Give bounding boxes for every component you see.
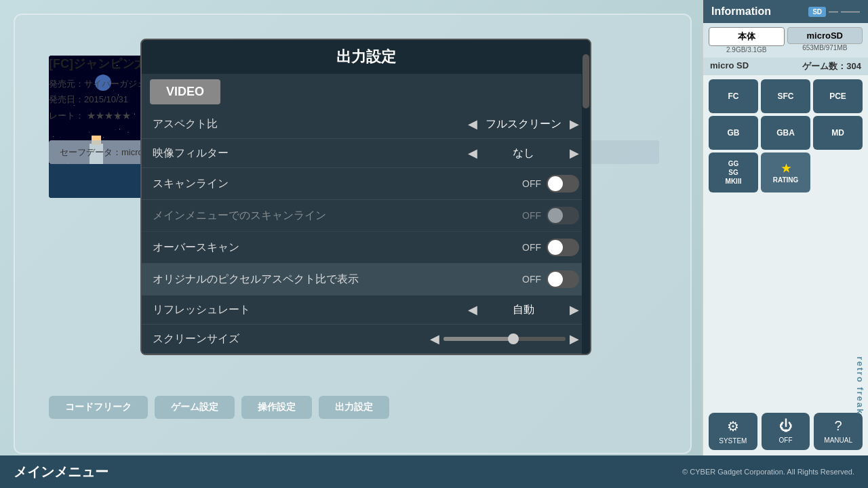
system-btn[interactable]: ⚙ SYSTEM	[709, 413, 757, 450]
setting-label-menu-scanline: メインメニューでのスキャンライン	[153, 209, 522, 223]
game-count: ゲーム数：304	[802, 60, 861, 73]
main-storage-size: 2.9GB/3.1GB	[709, 46, 785, 54]
video-filter-value: なし	[483, 146, 564, 161]
rating-label: RATING	[773, 176, 799, 184]
copyright: © CYBER Gadget Corporation. All Rights R…	[682, 468, 854, 476]
setting-label-aspect-ratio: アスペクト比	[153, 117, 468, 131]
menu-scanline-toggle[interactable]	[547, 207, 579, 224]
right-panel: Information SD — —— 本体 2.9GB/3.1GB micro…	[702, 0, 868, 455]
setting-row-scanline: スキャンライン OFF	[142, 168, 590, 200]
console-btn-rating[interactable]: ★ RATING	[761, 152, 810, 192]
modal-scrollbar[interactable]	[582, 40, 590, 354]
header-badges: SD — ——	[808, 6, 860, 17]
overscan-toggle-container: OFF	[522, 239, 579, 256]
setting-row-menu-scanline: メインメニューでのスキャンライン OFF	[142, 200, 590, 232]
menu-scanline-off-label: OFF	[522, 210, 541, 221]
system-icon: ⚙	[727, 418, 739, 434]
rate-stars: ★★★★★	[87, 110, 131, 121]
screen-size-left-btn[interactable]: ◀	[430, 331, 439, 346]
console-btn-fc[interactable]: FC	[709, 79, 758, 113]
refresh-rate-left-btn[interactable]: ◀	[468, 302, 477, 317]
overscan-toggle-knob	[548, 240, 563, 255]
scanline-toggle-container: OFF	[522, 175, 579, 192]
tab-code-freak[interactable]: コードフリーク	[49, 396, 148, 419]
microsd-storage: microSD 653MB/971MB	[787, 27, 863, 54]
setting-control-refresh-rate: ◀ 自動 ▶	[468, 302, 579, 317]
bottom-bar: メインメニュー © CYBER Gadget Corporation. All …	[0, 455, 868, 488]
video-filter-right-btn[interactable]: ▶	[570, 146, 579, 161]
screen-size-slider-thumb[interactable]	[508, 333, 519, 344]
screen-size-slider-container: ◀ ▶	[366, 331, 580, 346]
console-btn-ggsf[interactable]: GGSGMKIII	[709, 152, 758, 192]
manual-label: MANUAL	[824, 436, 852, 444]
microsd-label: micro SD	[710, 60, 749, 73]
setting-row-video-filter: 映像フィルター ◀ なし ▶	[142, 139, 590, 168]
console-btn-md[interactable]: MD	[813, 116, 863, 150]
setting-row-pixel-aspect: オリジナルのピクセルアスペクト比で表示 OFF	[142, 264, 590, 296]
output-settings-modal: 出力設定 VIDEO アスペクト比 ◀ フルスクリーン ▶ 映像フィルター ◀ …	[140, 39, 591, 355]
off-btn[interactable]: ⏻ OFF	[762, 413, 810, 450]
overscan-toggle[interactable]	[547, 239, 579, 256]
right-bottom-buttons: ⚙ SYSTEM ⏻ OFF ? MANUAL	[703, 407, 868, 455]
console-grid: FC SFC PCE GB GBA MD GGSGMKIII ★ RATING	[703, 75, 868, 197]
modal-content: VIDEO アスペクト比 ◀ フルスクリーン ▶ 映像フィルター ◀ なし ▶	[142, 74, 590, 354]
microsd-storage-size: 653MB/971MB	[787, 44, 863, 52]
badge-dots: — ——	[829, 6, 860, 17]
main-menu-title: メインメニュー	[14, 463, 108, 481]
setting-label-scanline: スキャンライン	[153, 177, 522, 191]
setting-row-overscan: オーバースキャン OFF	[142, 232, 590, 264]
setting-label-screen-size: スクリーンサイズ	[153, 332, 366, 346]
aspect-ratio-right-btn[interactable]: ▶	[570, 117, 579, 131]
screen-size-right-btn[interactable]: ▶	[570, 331, 579, 346]
aspect-ratio-left-btn[interactable]: ◀	[468, 117, 477, 131]
tab-operation-settings[interactable]: 操作設定	[241, 396, 312, 419]
manual-btn[interactable]: ? MANUAL	[814, 413, 863, 450]
pixel-aspect-toggle-knob	[548, 272, 563, 287]
system-label: SYSTEM	[719, 437, 747, 445]
video-filter-left-btn[interactable]: ◀	[468, 146, 477, 161]
setting-row-screen-size: スクリーンサイズ ◀ ▶	[142, 325, 590, 354]
modal-title: 出力設定	[142, 40, 590, 74]
microsd-storage-btn[interactable]: microSD	[787, 27, 863, 44]
center-area: [FC]ジャンピン太くんの宇宙大冒険 発売元：サイバーガジェット 発売日：201…	[14, 14, 692, 454]
setting-control-aspect-ratio: ◀ フルスクリーン ▶	[468, 117, 579, 131]
console-btn-gba[interactable]: GBA	[761, 116, 810, 150]
refresh-rate-right-btn[interactable]: ▶	[570, 302, 579, 317]
overscan-off-label: OFF	[522, 242, 541, 253]
info-title: Information	[711, 5, 771, 18]
setting-label-pixel-aspect: オリジナルのピクセルアスペクト比で表示	[153, 272, 522, 287]
menu-scanline-toggle-container: OFF	[522, 207, 579, 224]
bottom-tabs: コードフリーク ゲーム設定 操作設定 出力設定	[49, 396, 646, 419]
power-icon: ⏻	[779, 418, 793, 434]
right-panel-header: Information SD — ——	[703, 0, 868, 23]
console-btn-sfc[interactable]: SFC	[761, 79, 810, 113]
screen-size-slider-track[interactable]	[443, 337, 566, 341]
setting-label-overscan: オーバースキャン	[153, 241, 522, 255]
storage-section: 本体 2.9GB/3.1GB microSD 653MB/971MB	[703, 23, 868, 58]
rate-label: レート：	[49, 110, 84, 121]
tab-game-settings[interactable]: ゲーム設定	[155, 396, 235, 419]
scanline-off-label: OFF	[522, 178, 541, 189]
main-storage-btn[interactable]: 本体	[709, 27, 785, 46]
rating-star: ★	[781, 162, 791, 175]
video-tab[interactable]: VIDEO	[150, 79, 220, 104]
console-btn-gb[interactable]: GB	[709, 116, 758, 150]
refresh-rate-value: 自動	[483, 303, 564, 317]
manual-icon: ?	[835, 418, 842, 434]
aspect-ratio-value: フルスクリーン	[483, 117, 564, 131]
setting-row-aspect-ratio: アスペクト比 ◀ フルスクリーン ▶	[142, 110, 590, 139]
scanline-toggle-knob	[548, 176, 563, 191]
modal-scrollbar-thumb	[583, 54, 589, 108]
menu-scanline-toggle-knob	[548, 208, 563, 223]
scanline-toggle[interactable]	[547, 175, 579, 192]
pixel-aspect-toggle[interactable]	[547, 270, 579, 288]
retro-freak-logo: retro freak	[855, 357, 865, 415]
pixel-aspect-off-label: OFF	[522, 274, 541, 285]
screen-size-slider-fill	[443, 337, 511, 341]
pixel-aspect-toggle-container: OFF	[522, 270, 579, 288]
setting-row-refresh-rate: リフレッシュレート ◀ 自動 ▶	[142, 296, 590, 325]
off-label: OFF	[779, 436, 793, 444]
tab-output-settings[interactable]: 出力設定	[319, 396, 389, 419]
setting-control-video-filter: ◀ なし ▶	[468, 146, 579, 161]
console-btn-pce[interactable]: PCE	[813, 79, 863, 113]
